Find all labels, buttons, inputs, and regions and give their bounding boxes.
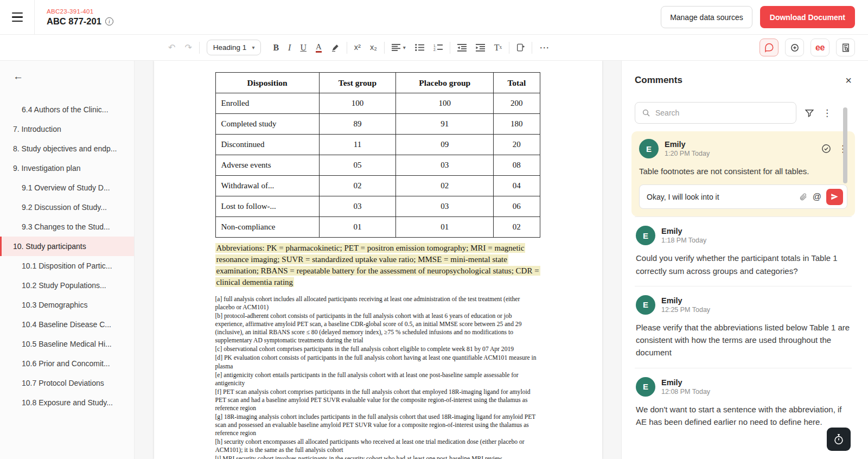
- table-cell: Adverse events: [215, 155, 319, 176]
- manage-data-sources-button[interactable]: Manage data sources: [661, 6, 752, 28]
- close-icon[interactable]: ×: [845, 75, 852, 86]
- comment[interactable]: EEmily1:18 PM TodayCould you verify whet…: [635, 217, 852, 286]
- bold-button[interactable]: B: [273, 43, 279, 52]
- sidebar-item[interactable]: 10.6 Prior and Concomit...: [0, 354, 134, 373]
- back-button[interactable]: ←: [0, 71, 134, 82]
- reply-input[interactable]: [647, 193, 794, 201]
- send-reply-button[interactable]: [826, 189, 843, 205]
- info-icon[interactable]: i: [105, 17, 113, 25]
- more-options-icon[interactable]: ⋯: [539, 43, 549, 53]
- table-row: Enrolled100100200: [215, 93, 540, 114]
- clear-formatting-t: T: [494, 43, 500, 52]
- underline-button[interactable]: U: [300, 43, 307, 52]
- superscript-button[interactable]: x²: [354, 43, 361, 52]
- clear-formatting-x: x: [500, 45, 502, 50]
- table-cell: 01: [396, 217, 494, 238]
- avatar: E: [636, 226, 655, 245]
- table-cell: 03: [319, 196, 396, 217]
- stopwatch-icon: [833, 433, 845, 445]
- resolve-comment-icon[interactable]: [821, 143, 832, 154]
- table-header-cell: Disposition: [215, 73, 319, 93]
- comment-meta: Emily1:18 PM Today: [661, 227, 706, 244]
- sidebar-item[interactable]: 10.5 Baseline Medical Hi...: [0, 334, 134, 354]
- comment-search-input[interactable]: [655, 109, 789, 117]
- document-page[interactable]: DispositionTest groupPlacebo groupTotal …: [154, 61, 602, 459]
- mention-icon[interactable]: @: [813, 192, 821, 202]
- avatar: E: [636, 295, 655, 315]
- toc-sidebar: ← 6.4 Authors of the Clinic...7. Introdu…: [0, 61, 135, 459]
- numbered-list-button[interactable]: 1.2.: [433, 44, 443, 52]
- sidebar-item[interactable]: 10. Study participants: [0, 237, 134, 256]
- table-cell: 02: [494, 217, 540, 238]
- sidebar-item[interactable]: 9.2 Discussion of Study...: [0, 197, 134, 217]
- comment-text: Please verify that the abbreviations lis…: [636, 321, 851, 359]
- download-document-button[interactable]: Download Document: [760, 6, 855, 28]
- undo-icon[interactable]: ↶: [168, 43, 175, 52]
- heading-style-dropdown[interactable]: Heading 1 ▾: [207, 40, 261, 55]
- sidebar-item[interactable]: 9.1 Overview of Study D...: [0, 178, 134, 197]
- sidebar-item[interactable]: 6.4 Authors of the Clinic...: [0, 100, 134, 119]
- comment-search-box[interactable]: [635, 102, 796, 124]
- sidebar-item[interactable]: 8. Study objectives and endp...: [0, 139, 134, 158]
- doc-table-body: Enrolled100100200Completed study8991180D…: [215, 93, 540, 238]
- table-cell: Non-compliance: [215, 217, 319, 238]
- align-dropdown[interactable]: ▾: [392, 44, 406, 51]
- clear-formatting-button[interactable]: Tx: [494, 43, 502, 52]
- brand-logo-button[interactable]: ee: [810, 39, 829, 56]
- footnote-line: [i] MRI security cohort involves partici…: [215, 455, 540, 459]
- comment-meta: Emily12:25 PM Today: [661, 296, 710, 314]
- highlighter-icon[interactable]: [331, 43, 340, 52]
- table-header-cell: Placebo group: [396, 73, 494, 93]
- comments-menu-icon[interactable]: ⋮: [822, 107, 832, 119]
- sidebar-item[interactable]: 9. Investigation plan: [0, 158, 134, 178]
- table-cell: 09: [396, 135, 494, 155]
- document-title-block: ABC23-391-401 ABC 877-201 i: [47, 8, 113, 27]
- indent-button[interactable]: [476, 44, 485, 52]
- comment[interactable]: EEmily12:25 PM TodayPlease verify that t…: [635, 286, 852, 368]
- sidebar-item[interactable]: 10.4 Baseline Disease C...: [0, 315, 134, 334]
- copy-format-icon[interactable]: [516, 43, 525, 52]
- table-row: Adverse events050308: [215, 155, 540, 176]
- comment-header: EEmily12:25 PM Today: [636, 295, 851, 315]
- app-header: ABC23-391-401 ABC 877-201 i Manage data …: [0, 0, 868, 35]
- comment[interactable]: EEmily12:08 PM TodayWe don't want to sta…: [635, 368, 852, 437]
- sidebar-item[interactable]: 9.3 Changes to the Stud...: [0, 217, 134, 237]
- footnote-line: [f] PET scan analysis cohort comprises p…: [215, 388, 540, 412]
- sidebar-item[interactable]: 10.2 Study Populations...: [0, 276, 134, 295]
- subscript-button[interactable]: x₂: [370, 43, 377, 52]
- search-icon: [642, 109, 650, 117]
- redo-icon[interactable]: ↷: [184, 43, 192, 52]
- bullet-list-button[interactable]: [415, 44, 424, 51]
- comment-text: Could you verify whether the participant…: [636, 252, 851, 277]
- comment-author: Emily: [665, 140, 710, 149]
- table-cell: 05: [319, 155, 396, 176]
- sidebar-item[interactable]: 10.1 Disposition of Partic...: [0, 256, 134, 276]
- document-code: ABC23-391-401: [47, 8, 113, 15]
- text-color-button[interactable]: A: [316, 43, 322, 53]
- footnote-line: [c] observational cohort comprises parti…: [215, 345, 540, 353]
- comment[interactable]: EEmily1:20 PM Today⋮Table footnotes are …: [631, 131, 855, 216]
- comment-bubble-icon: [764, 43, 774, 53]
- attach-icon[interactable]: [799, 193, 808, 201]
- italic-button[interactable]: I: [288, 43, 291, 52]
- timer-button[interactable]: [827, 428, 851, 451]
- table-cell: 03: [396, 155, 494, 176]
- add-annotation-button[interactable]: [785, 39, 804, 56]
- document-search-button[interactable]: [836, 39, 855, 56]
- comments-toggle-button[interactable]: [760, 39, 778, 56]
- outdent-button[interactable]: [457, 44, 467, 52]
- svg-text:2.: 2.: [433, 48, 437, 52]
- circle-plus-icon: [790, 43, 800, 53]
- hamburger-menu-icon[interactable]: [0, 0, 35, 35]
- sidebar-item[interactable]: 7. Introduction: [0, 119, 134, 139]
- sidebar-item[interactable]: 10.8 Exposure and Study...: [0, 393, 134, 412]
- sidebar-item[interactable]: 10.3 Demographics: [0, 295, 134, 315]
- scrollbar-thumb[interactable]: [843, 107, 847, 183]
- table-cell: Lost to follow-...: [215, 196, 319, 217]
- comment-header: EEmily1:20 PM Today⋮: [639, 139, 847, 158]
- table-cell: 180: [494, 114, 540, 135]
- sidebar-item[interactable]: 10.7 Protocol Deviations: [0, 373, 134, 393]
- comment-author: Emily: [661, 378, 710, 387]
- table-cell: 01: [319, 217, 396, 238]
- filter-icon[interactable]: [805, 108, 814, 118]
